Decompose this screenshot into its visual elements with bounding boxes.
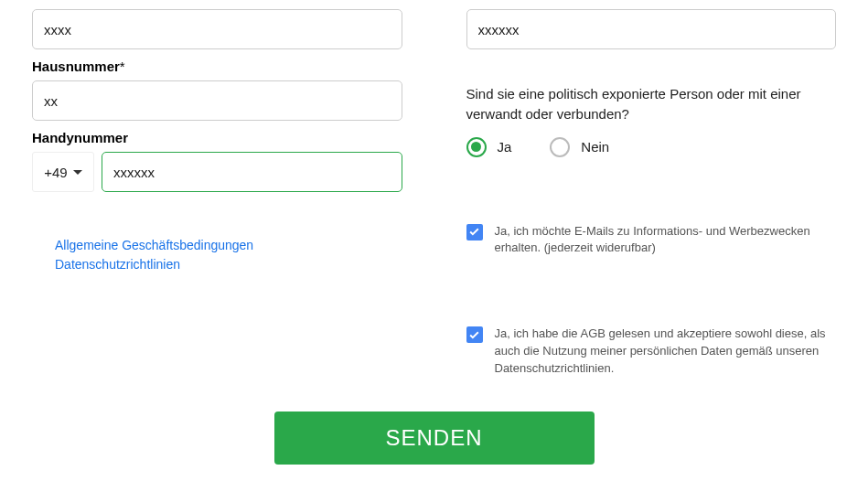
top-left-input[interactable]	[32, 9, 402, 49]
radio-yes[interactable]: Ja	[466, 137, 512, 157]
country-code-select[interactable]: +49	[32, 152, 94, 192]
checkbox-block: Ja, ich möchte E-Mails zu Informations- …	[466, 223, 837, 378]
field-group-top-left	[32, 9, 402, 49]
phone-input[interactable]	[102, 152, 402, 192]
hausnummer-label-text: Hausnummer	[32, 59, 120, 74]
field-group-handynummer: Handynummer +49	[32, 130, 402, 192]
left-column: Hausnummer* Handynummer +49 Allgemeine G…	[32, 9, 402, 378]
radio-dot-icon	[471, 142, 481, 152]
hausnummer-input[interactable]	[32, 80, 402, 121]
radio-icon-unselected	[550, 137, 570, 157]
pep-question-text: Sind sie eine politisch exponierte Perso…	[466, 84, 837, 124]
radio-no-label: Nein	[581, 139, 609, 155]
link-agb[interactable]: Allgemeine Geschäftsbedingungen	[55, 236, 402, 255]
hausnummer-label: Hausnummer*	[32, 59, 402, 74]
submit-button[interactable]: SENDEN	[274, 412, 595, 465]
submit-row: SENDEN	[0, 412, 868, 465]
pep-question-block: Sind sie eine politisch exponierte Perso…	[466, 84, 837, 157]
chevron-down-icon	[73, 170, 82, 175]
radio-row: Ja Nein	[466, 137, 837, 157]
right-column: Sind sie eine politisch exponierte Perso…	[466, 9, 837, 378]
checkbox-marketing[interactable]	[466, 224, 483, 240]
check-icon	[468, 226, 480, 238]
links-block: Allgemeine Geschäftsbedingungen Datensch…	[55, 236, 402, 274]
checkbox-agb-row: Ja, ich habe die AGB gelesen und akzepti…	[466, 326, 837, 378]
checkbox-marketing-row: Ja, ich möchte E-Mails zu Informations- …	[466, 223, 837, 258]
radio-no[interactable]: Nein	[550, 137, 609, 157]
link-privacy[interactable]: Datenschutzrichtlinien	[55, 255, 402, 274]
country-code-text: +49	[44, 165, 67, 180]
required-asterisk: *	[120, 59, 125, 74]
checkbox-agb[interactable]	[466, 326, 483, 343]
top-right-input[interactable]	[466, 9, 837, 49]
checkbox-marketing-text: Ja, ich möchte E-Mails zu Informations- …	[495, 223, 837, 258]
check-icon	[468, 329, 480, 341]
field-group-hausnummer: Hausnummer*	[32, 59, 402, 121]
phone-row: +49	[32, 152, 402, 192]
handynummer-label: Handynummer	[32, 130, 402, 145]
radio-yes-label: Ja	[498, 139, 512, 155]
checkbox-agb-text: Ja, ich habe die AGB gelesen und akzepti…	[495, 326, 837, 378]
field-group-top-right	[466, 9, 837, 49]
radio-icon-selected	[466, 137, 487, 157]
